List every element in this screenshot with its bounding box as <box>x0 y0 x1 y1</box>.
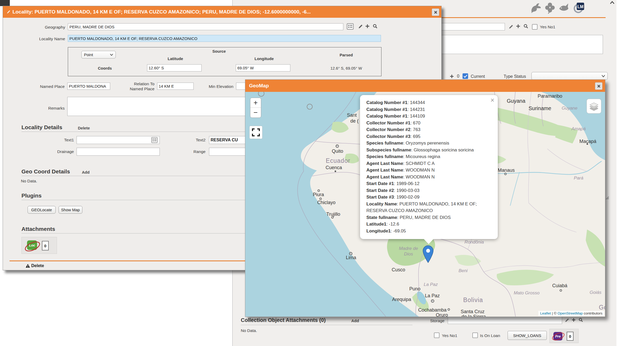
relation-label-line1: Relation To <box>134 82 154 86</box>
loc-icon[interactable]: Loc <box>24 240 40 251</box>
drainage-input[interactable] <box>77 148 160 156</box>
edit-pencil-icon[interactable] <box>358 24 363 29</box>
map-place-label: Suriname <box>528 105 551 111</box>
text2-label: Text2 <box>174 138 206 142</box>
current-checkbox[interactable] <box>463 73 468 79</box>
show-map-button[interactable]: Show Map <box>59 206 82 214</box>
coord-type-value: Point <box>84 52 93 57</box>
named-place-input[interactable] <box>67 83 110 90</box>
attribution-copyright: © <box>554 311 557 315</box>
search-icon[interactable] <box>373 24 377 29</box>
geo-coord-add-link[interactable]: Add <box>82 170 90 174</box>
geomap-close-button[interactable] <box>595 82 602 90</box>
leaflet-link[interactable]: Leaflet <box>540 311 551 315</box>
map-place-label: de la Sierra <box>461 314 486 317</box>
preparation-attachment-widget: Pre 0 <box>549 329 579 343</box>
locality-name-input[interactable] <box>68 35 381 42</box>
leaflet-map[interactable]: ParamariboGuyanaSurinameGuyaneAmapáMacap… <box>245 92 605 317</box>
map-place-label: Quito <box>332 149 343 154</box>
map-place-label: de ( <box>350 118 358 124</box>
popup-line: Collector Number #3: 695 <box>366 133 491 140</box>
zoom-in-button[interactable]: + <box>250 98 261 108</box>
popup-line: Start Date #2: 1990-03-03 <box>366 187 491 194</box>
locality-close-button[interactable] <box>432 8 439 16</box>
named-place-label: Named Place <box>17 84 65 89</box>
map-place-label: Guyane <box>562 106 578 111</box>
popup-close-icon[interactable]: × <box>490 96 494 104</box>
current-label: Current <box>471 74 485 79</box>
locality-details-delete-link[interactable]: Delete <box>78 126 90 130</box>
coord-type-select[interactable]: Point <box>81 51 116 59</box>
storage-input[interactable] <box>448 317 562 324</box>
map-place-label: Goi <box>599 304 605 311</box>
longitude-input[interactable] <box>236 64 290 71</box>
chevron-down-icon <box>110 54 113 56</box>
list-picker-icon[interactable] <box>151 137 158 143</box>
attachment-count-box[interactable]: 0 <box>42 241 49 250</box>
type-status-select[interactable] <box>531 72 608 80</box>
parsed-header: Parsed <box>309 53 383 57</box>
pre-count-box[interactable]: 0 <box>567 332 574 341</box>
hummingbird-icon[interactable] <box>530 2 542 14</box>
svg-text:LM: LM <box>577 5 583 9</box>
search-icon[interactable] <box>523 24 528 29</box>
yes-no1-label: Yes No1 <box>540 25 555 29</box>
locality-attachment-widget: Loc 0 <box>21 237 57 254</box>
locality-dialog-title: Locality: PUERTO MALDONADO, 14 KM E OF; … <box>12 9 438 15</box>
popup-line: Agent Last Name: WOODMAN N <box>366 167 491 174</box>
fish-icon[interactable] <box>558 2 570 14</box>
layers-control[interactable] <box>587 99 601 114</box>
map-popup-lines: Catalog Number #1: 144344Catalog Number … <box>366 99 491 234</box>
map-place-label: Macapá <box>579 139 596 144</box>
scroll-up-icon[interactable] <box>610 1 615 5</box>
list-picker-icon[interactable] <box>347 23 354 30</box>
delete-action[interactable]: Delete <box>25 263 44 268</box>
map-place-label: Amapá <box>571 126 586 132</box>
geolocate-button[interactable]: GEOLocate <box>28 206 56 214</box>
text1-label: Text1 <box>32 138 74 142</box>
chevron-down-icon <box>602 75 605 77</box>
zoom-out-button[interactable]: − <box>250 108 261 118</box>
edit-pencil-icon[interactable] <box>565 318 569 322</box>
type-status-label: Type Status <box>504 74 526 79</box>
attachments-no-data: No Data. <box>241 328 257 333</box>
latitude-input[interactable] <box>147 64 202 71</box>
search-icon[interactable] <box>579 318 583 322</box>
drainage-label: Drainage <box>32 149 74 154</box>
relation-label-line2: Named Place <box>130 87 154 91</box>
geo-coord-no-data: No Data. <box>21 179 37 183</box>
add-plus-icon[interactable] <box>516 24 520 28</box>
geography-input[interactable] <box>68 23 343 30</box>
parsed-value: 12.6° S, 69.05° W <box>309 66 383 70</box>
delete-label: Delete <box>31 263 44 268</box>
geomap-titlebar[interactable]: GeoMap <box>245 80 605 92</box>
is-on-loan-checkbox[interactable] <box>472 332 478 338</box>
add-plus-icon[interactable] <box>365 24 370 28</box>
relation-to-named-place-label: Relation To Named Place <box>117 81 154 91</box>
pre-icon[interactable]: Pre <box>552 331 565 341</box>
lm-logo-icon[interactable]: LM <box>573 2 585 14</box>
attachments-add-link[interactable]: Add <box>351 318 359 323</box>
map-place-label: Madre de <box>399 246 418 251</box>
longitude-header: Longitude <box>227 56 301 61</box>
attribution-separator: | <box>552 311 553 315</box>
clover-icon[interactable] <box>544 2 556 14</box>
yes-no1-checkbox[interactable] <box>434 332 439 338</box>
popup-line: Collector Number #1: 670 <box>366 120 491 127</box>
geography-label: Geography <box>10 25 65 30</box>
yes-no1-checkbox[interactable] <box>532 24 538 30</box>
close-icon <box>597 84 601 88</box>
add-plus-icon[interactable] <box>450 74 454 78</box>
remarks-label: Remarks <box>17 106 65 111</box>
map-marker-pin[interactable] <box>422 245 434 264</box>
add-plus-icon[interactable] <box>572 318 576 322</box>
openstreetmap-link[interactable]: OpenStreetMap <box>557 311 583 315</box>
locality-dialog-titlebar[interactable]: Locality: PUERTO MALDONADO, 14 KM E OF; … <box>3 6 441 18</box>
edit-pencil-icon[interactable] <box>509 24 513 29</box>
popup-line: State fullname: PERU, MADRE DE DIOS <box>366 214 491 221</box>
text1-input[interactable] <box>77 136 160 144</box>
map-place-label: Goiás <box>590 290 601 295</box>
fullscreen-button[interactable] <box>249 126 263 139</box>
yes-no1-label: Yes No1 <box>442 333 457 338</box>
show-loans-button[interactable]: SHOW_LOANS <box>508 331 547 340</box>
